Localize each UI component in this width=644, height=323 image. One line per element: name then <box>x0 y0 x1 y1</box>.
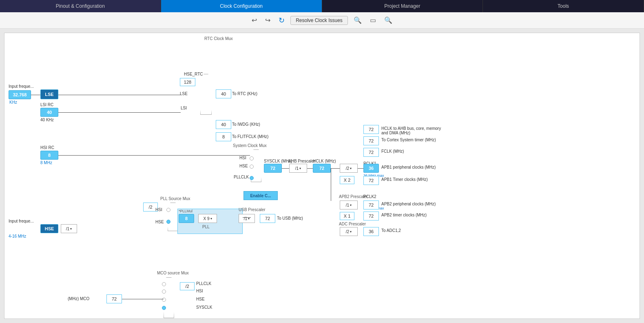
mco-hsi-radio[interactable] <box>162 290 166 294</box>
apb2-out-box: 72 <box>363 200 379 209</box>
apb1-peri-label: APB1 peripheral clocks (MHz) <box>381 165 436 169</box>
ahb-prescaler-dropdown[interactable]: /1 <box>289 164 307 173</box>
fclk-label: FCLK (MHz) <box>381 149 404 154</box>
lse-block[interactable]: LSE <box>40 89 58 99</box>
mco-pllclk-label: PLLCLK <box>196 281 211 286</box>
line-apb1-pclk1 <box>358 168 363 169</box>
x2-box: X 2 <box>340 176 354 184</box>
to-iwdg-label: To IWDG (KHz) <box>232 122 260 127</box>
to-flit-label: To FLITFCLK (MHz) <box>232 134 268 139</box>
lsi-rc-unit-label: 40 KHz <box>40 118 54 122</box>
hclk-value-box[interactable]: 72 <box>313 164 331 173</box>
toolbar: ↩ ↪ ↻ Resolve Clock Issues 🔍 ▭ 🔍 <box>0 12 644 29</box>
hclk-ahb-box: 72 <box>363 125 379 134</box>
top-nav: Pinout & Configuration Clock Configurati… <box>0 0 644 12</box>
pll-hse-radio[interactable] <box>166 220 170 224</box>
mco-hse-label: HSE <box>196 297 205 301</box>
apb2-timer-box: 72 <box>363 212 379 221</box>
mco-hsi-label: HSI <box>196 289 203 293</box>
nav-tools[interactable]: Tools <box>483 0 644 12</box>
cortex-timer-box: 72 <box>363 136 379 145</box>
cortex-timer-label: To Cortex System timer (MHz) <box>381 138 436 142</box>
pll-mul-label: *PLLMul <box>179 209 193 213</box>
mco-pllclk-radio[interactable] <box>162 282 166 286</box>
lsi-rc-label: LSI RC <box>40 102 53 107</box>
hsi-rc-unit-label: 8 MHz <box>40 160 52 165</box>
adc-out-box: 36 <box>363 227 379 236</box>
hse-rtc-label: HSE_RTC <box>184 72 203 76</box>
line-sysclk-ahb <box>282 168 289 169</box>
sys-mux-label: System Clock Mux <box>233 143 267 148</box>
lse-conn-label: LSE <box>180 91 188 96</box>
undo-button[interactable]: ↩ <box>249 16 259 25</box>
usb-label: To USB (MHz) <box>277 216 303 221</box>
lse-value-box[interactable]: 32.768 <box>9 90 31 99</box>
zoom-out-button[interactable]: 🔍 <box>382 16 395 25</box>
hsi-rc-label: HSI RC <box>40 145 54 150</box>
adc-label: To ADC1,2 <box>381 228 401 233</box>
pll-mul-value-box[interactable]: 8 <box>179 214 194 223</box>
pclk2-label: PCLK2 <box>363 194 376 199</box>
line-hclk-apb1 <box>331 168 340 169</box>
mco-out-label: (MHz) MCO <box>68 296 89 301</box>
hsi-sys-label: HSI <box>239 156 246 160</box>
sysclk-value-box[interactable]: 72 <box>264 164 282 173</box>
pll-hse-label: HSE <box>155 220 164 224</box>
nav-clock[interactable]: Clock Configuration <box>161 0 322 12</box>
hclk-ahb-label: HCLK to AHB bus, core, memory and DMA (M… <box>381 126 447 135</box>
adc-prescaler-label: ADC Prescaler <box>339 222 366 226</box>
clock-diagram: RTC Clock Mux Input freque... 32.768 KHz… <box>4 33 640 319</box>
pll-hsi-radio[interactable] <box>166 208 170 212</box>
lsi-rc-value-box[interactable]: 40 <box>40 108 58 117</box>
diagram-area: RTC Clock Mux Input freque... 32.768 KHz… <box>4 33 640 319</box>
to-iwdg-value-box: 40 <box>216 120 231 129</box>
refresh-button[interactable]: ↻ <box>276 15 287 26</box>
mco-div2-box: /2 <box>180 282 195 290</box>
pllclk-radio[interactable] <box>250 176 254 180</box>
hse-sys-label: HSE <box>239 164 248 168</box>
nav-project[interactable]: Project Manager <box>322 0 483 12</box>
enable-css-button[interactable]: Enable C... <box>243 191 278 200</box>
line-mco-out <box>122 299 164 299</box>
hse-radio[interactable] <box>250 165 254 169</box>
apb1-prescaler-dropdown[interactable]: /2 <box>340 164 358 173</box>
nav-pinout[interactable]: Pinout & Configuration <box>0 0 161 12</box>
redo-button[interactable]: ↪ <box>263 16 273 25</box>
hse-bot-block[interactable]: HSE <box>40 224 58 233</box>
line-input-lse <box>31 95 40 95</box>
ahb-prescaler-label: AHB Prescaler <box>288 159 315 163</box>
usb-prescaler-dropdown[interactable]: /1 <box>239 214 255 223</box>
hsi-rc-value-box[interactable]: 8 <box>40 151 58 160</box>
apb1-timer-value-box: 72 <box>363 176 379 185</box>
usb-prescaler-label: USB Prescaler <box>239 207 266 212</box>
main-content: RTC Clock Mux Input freque... 32.768 KHz… <box>0 29 644 323</box>
rtc-mux-label: RTC Clock Mux <box>204 36 233 41</box>
fclk-box: 72 <box>363 148 379 157</box>
apb2-prescaler-dropdown[interactable]: /1 <box>340 200 358 209</box>
pll-src-mux-label: PLL Source Mux <box>160 196 190 201</box>
hse-div-dropdown[interactable]: /1 <box>61 224 77 233</box>
hsi-radio[interactable] <box>250 156 254 160</box>
resolve-clock-issues-button[interactable]: Resolve Clock Issues <box>290 16 348 25</box>
pll-hsi-label: HSI <box>155 207 162 212</box>
adc-prescaler-dropdown[interactable]: /2 <box>340 227 358 236</box>
line-ahb-hclk <box>307 168 313 169</box>
mco-sysclk-radio[interactable] <box>162 306 166 310</box>
pll-mul-dropdown[interactable]: X 9 <box>198 214 217 223</box>
pll-label-inner: PLL <box>202 225 210 229</box>
zoom-in-button[interactable]: 🔍 <box>351 16 364 25</box>
x1-box: X 1 <box>340 212 354 220</box>
hse-freq-range-label: 4-16 MHz <box>9 234 26 238</box>
line-pll-sysmux <box>243 217 251 218</box>
apb1-out-box[interactable]: 36 <box>363 164 379 173</box>
mco-sysclk-label: SYSCLK <box>196 305 212 310</box>
line-hclk-vert <box>331 168 331 201</box>
to-flit-value-box: 8 <box>216 132 231 141</box>
fit-button[interactable]: ▭ <box>367 16 378 25</box>
mco-hse-radio[interactable] <box>162 298 166 302</box>
rtc-mux-shape <box>200 74 212 115</box>
lse-unit-label: KHz <box>9 100 17 105</box>
rtc-prescaler-box: 128 <box>180 78 195 86</box>
pllclk-sys-label: PLLCLK <box>234 175 249 179</box>
line-lse-mux <box>58 95 181 95</box>
